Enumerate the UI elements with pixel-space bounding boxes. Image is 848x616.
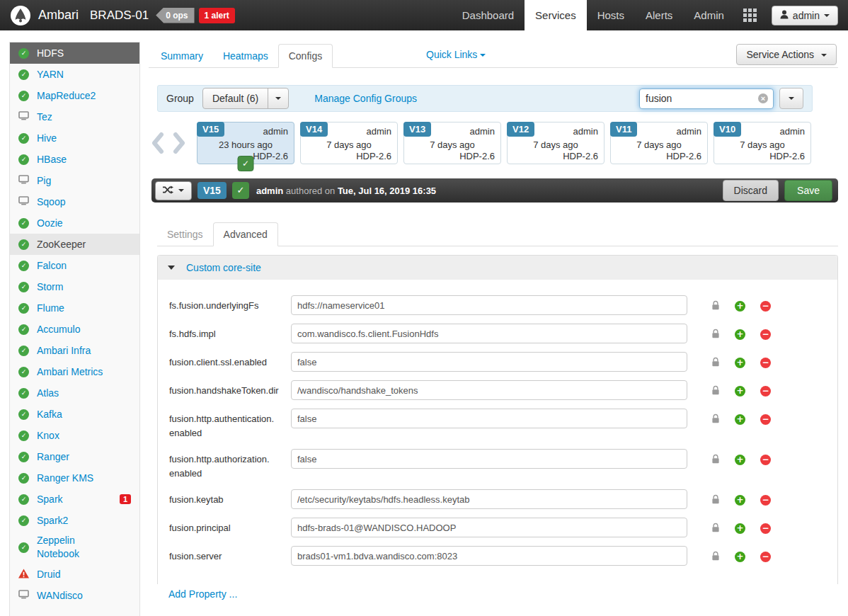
config-property-value-input[interactable]	[291, 489, 687, 509]
sidebar-service-item[interactable]: ✓ Ambari Infra	[10, 340, 139, 361]
sidebar-service-item[interactable]: ✓ Oozie	[10, 212, 139, 234]
group-select-dropdown[interactable]: Default (6)	[202, 88, 289, 109]
ops-badge[interactable]: 0 ops	[156, 8, 194, 23]
config-property-value-input[interactable]	[291, 352, 687, 372]
sidebar-service-item[interactable]: ✓ Flume	[10, 297, 139, 319]
sidebar-service-item[interactable]: Pig	[10, 170, 139, 191]
add-override-icon[interactable]: +	[735, 495, 745, 506]
sidebar-service-item[interactable]: ✓ YARN	[10, 64, 139, 85]
sidebar-service-item[interactable]: ✓ Ranger	[10, 446, 139, 467]
compare-versions-dropdown[interactable]	[155, 181, 192, 200]
user-menu-button[interactable]: admin	[772, 6, 838, 25]
sidebar-service-item[interactable]: ✓ Falcon	[10, 255, 139, 276]
config-subtab[interactable]: Advanced	[213, 222, 278, 246]
config-property-value-input[interactable]	[291, 449, 687, 469]
quick-links-dropdown[interactable]: Quick Links	[426, 49, 486, 60]
lock-icon[interactable]	[711, 385, 720, 397]
config-property-value-input[interactable]	[291, 546, 687, 566]
config-version-card[interactable]: V14 admin 7 days ago HDP-2.6	[300, 122, 398, 164]
config-version-card[interactable]: V10 admin 7 days ago HDP-2.6	[714, 122, 811, 164]
add-override-icon[interactable]: +	[735, 386, 745, 397]
sidebar-service-item[interactable]: ✓ ZooKeeper	[10, 234, 139, 255]
lock-icon[interactable]	[711, 454, 720, 466]
nav-item[interactable]: Admin	[683, 0, 735, 30]
add-override-icon[interactable]: +	[735, 414, 745, 425]
add-override-icon[interactable]: +	[735, 301, 745, 312]
remove-property-icon[interactable]: −	[760, 495, 771, 506]
lock-icon[interactable]	[711, 494, 720, 506]
views-grid-icon[interactable]	[735, 8, 766, 23]
remove-property-icon[interactable]: −	[760, 523, 771, 534]
add-override-icon[interactable]: +	[735, 358, 745, 368]
service-actions-button[interactable]: Service Actions	[736, 44, 837, 65]
add-override-icon[interactable]: +	[735, 552, 745, 562]
sidebar-service-item[interactable]: ✓ Hive	[10, 127, 139, 149]
config-version-card[interactable]: V12 admin 7 days ago HDP-2.6	[507, 122, 605, 164]
alert-badge[interactable]: 1 alert	[199, 8, 235, 23]
remove-property-icon[interactable]: −	[760, 329, 771, 340]
config-property-value-input[interactable]	[291, 518, 687, 537]
sidebar-service-item[interactable]: ✓ Ranger KMS	[10, 467, 139, 489]
config-version-card[interactable]: V15 admin 23 hours ago HDP-2.6 ✓	[197, 122, 294, 164]
sidebar-service-item[interactable]: ✓ Storm	[10, 276, 139, 297]
lock-icon[interactable]	[711, 300, 720, 312]
sidebar-service-item[interactable]: ✓ Atlas	[10, 382, 139, 404]
versions-scroll-right-icon[interactable]	[171, 132, 187, 156]
config-property-value-input[interactable]	[291, 380, 687, 400]
section-header[interactable]: Custom core-site	[158, 256, 837, 280]
nav-item[interactable]: Alerts	[635, 0, 683, 30]
sidebar-service-item[interactable]: ✓ Knox	[10, 425, 139, 446]
sidebar-service-item[interactable]: ✓ Accumulo	[10, 319, 139, 340]
add-override-icon[interactable]: +	[735, 523, 745, 534]
remove-property-icon[interactable]: −	[760, 301, 771, 312]
sidebar-service-item[interactable]: ✓ HDFS	[10, 42, 139, 64]
sidebar-service-item[interactable]: ✓ Ambari Metrics	[10, 361, 139, 382]
nav-item[interactable]: Hosts	[587, 0, 635, 30]
add-property-link[interactable]: Add Property ...	[168, 588, 237, 600]
add-override-icon[interactable]: +	[735, 329, 745, 340]
lock-icon[interactable]	[711, 523, 720, 535]
cluster-name[interactable]: BRADS-01	[90, 8, 149, 23]
clear-filter-icon[interactable]: ×	[758, 93, 768, 103]
lock-icon[interactable]	[711, 551, 720, 563]
service-tab[interactable]: Configs	[278, 44, 333, 68]
sidebar-service-item[interactable]: ✓ HBase	[10, 149, 139, 170]
lock-icon[interactable]	[711, 357, 720, 369]
filter-options-dropdown[interactable]	[779, 88, 803, 109]
config-property-value-input[interactable]	[291, 324, 687, 343]
sidebar-service-item[interactable]: ✓ Kafka	[10, 404, 139, 425]
lock-icon[interactable]	[711, 329, 720, 341]
sidebar-service-item[interactable]: ✓ Spark 1	[10, 489, 139, 510]
sidebar-service-item[interactable]: ✓ Zeppelin Notebook	[10, 531, 139, 564]
config-version-card[interactable]: V11 admin 7 days ago HDP-2.6	[610, 122, 708, 164]
nav-item[interactable]: Dashboard	[452, 0, 525, 30]
manage-config-groups-link[interactable]: Manage Config Groups	[314, 93, 417, 104]
service-alert-count-badge[interactable]: 1	[120, 494, 131, 504]
sidebar-service-item[interactable]: Tez	[10, 106, 139, 127]
remove-property-icon[interactable]: −	[760, 386, 771, 397]
config-subtab[interactable]: Settings	[157, 223, 213, 246]
sidebar-service-item[interactable]: Druid	[10, 564, 139, 585]
service-tab[interactable]: Heatmaps	[213, 45, 278, 67]
lock-icon[interactable]	[711, 413, 720, 426]
discard-button[interactable]: Discard	[723, 180, 779, 201]
add-override-icon[interactable]: +	[735, 455, 745, 465]
config-property-value-input[interactable]	[291, 409, 687, 428]
sidebar-service-item[interactable]: ✓ Spark2	[10, 510, 139, 531]
config-property-value-input[interactable]	[291, 295, 687, 315]
config-filter-input[interactable]	[639, 89, 774, 109]
sidebar-service-item[interactable]: WANdisco	[10, 585, 139, 606]
sidebar-service-item[interactable]: ✓ MapReduce2	[10, 85, 139, 106]
remove-property-icon[interactable]: −	[760, 455, 771, 465]
section-title[interactable]: Custom core-site	[186, 262, 261, 273]
remove-property-icon[interactable]: −	[760, 358, 771, 368]
versions-scroll-left-icon[interactable]	[150, 132, 166, 156]
save-button[interactable]: Save	[784, 180, 832, 201]
config-version-card[interactable]: V13 admin 7 days ago HDP-2.6	[403, 122, 501, 164]
nav-item[interactable]: Services	[525, 0, 587, 30]
remove-property-icon[interactable]: −	[760, 414, 771, 425]
sidebar-service-item[interactable]: Sqoop	[10, 191, 139, 212]
collapse-section-icon[interactable]	[168, 266, 175, 270]
service-tab[interactable]: Summary	[151, 45, 213, 67]
remove-property-icon[interactable]: −	[760, 552, 771, 562]
